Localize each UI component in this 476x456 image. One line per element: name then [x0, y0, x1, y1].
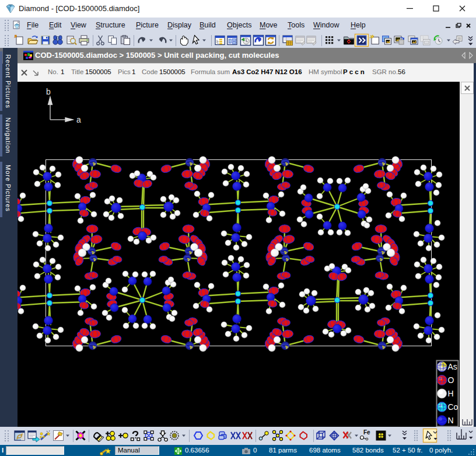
svg-text:b: b: [46, 87, 51, 96]
svg-text:a: a: [76, 115, 81, 124]
svg-text:H: H: [448, 389, 454, 398]
svg-text:Co: Co: [448, 402, 459, 412]
svg-text:O: O: [448, 375, 454, 385]
svg-text:As: As: [448, 362, 457, 371]
svg-text:N: N: [448, 416, 454, 425]
svg-text:Fe: Fe: [363, 429, 370, 436]
